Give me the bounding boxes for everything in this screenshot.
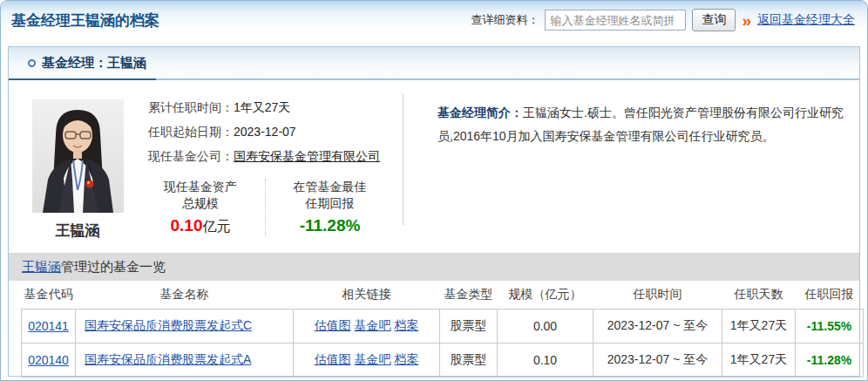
fund-links-cell: 估值图 基金吧 档案 [294,309,440,343]
fund-return-cell: -11.55% [796,309,864,343]
fund-name-link[interactable]: 国寿安保品质消费股票发起式C [85,318,252,332]
fund-scale-cell: 0.00 [498,309,593,343]
fund-code-cell: 020141 [22,309,76,343]
info-label: 任职起始日期： [136,124,234,140]
fund-return-cell: -11.28% [796,343,864,377]
fund-return-value: -11.28% [807,353,851,367]
fund-days-cell: 1年又27天 [722,343,796,377]
col-header-name: 基金名称 [76,281,294,309]
fund-period-cell: 2023-12-07 ~ 至今 [593,343,722,377]
stat-total-scale: 现任基金资产 总规模 0.10亿元 [136,179,265,236]
stat-value-scale: 0.10亿元 [136,216,265,236]
fund-type-cell: 股票型 [440,343,498,377]
search-label: 查详细资料： [471,12,539,28]
back-to-managers-link[interactable]: 返回基金经理大全 [757,12,855,28]
search-input[interactable] [545,10,686,31]
funds-section-header: 王韫涵管理过的基金一览 [9,253,859,281]
col-header-return: 任职回报 [796,281,864,309]
content-box: 基金经理：王韫涵 [8,46,860,377]
manager-photo [32,99,124,213]
fund-row: 020140国寿安保品质消费股票发起式A估值图 基金吧 档案股票型0.10202… [22,343,864,377]
profile-panel: 王韫涵 累计任职时间： 1年又27天 任职起始日期： 2023-12-07 现任… [9,80,859,253]
fund-name-cell: 国寿安保品质消费股票发起式A [76,343,294,377]
vertical-divider [403,94,403,225]
search-button[interactable]: 查询 [692,9,736,31]
stat-value-return: -11.28% [266,216,394,235]
fund-days-cell: 1年又27天 [722,309,796,343]
fund-return-value: -11.55% [807,319,851,333]
bio-label: 基金经理简介： [437,105,523,119]
stat-boxes: 现任基金资产 总规模 0.10亿元 在管基金最佳 任期回报 [136,179,411,236]
info-label: 现任基金公司： [136,148,234,165]
info-value: 2023-12-07 [234,124,296,140]
stats-column: 累计任职时间： 1年又27天 任职起始日期： 2023-12-07 现任基金公司… [136,99,411,253]
fund-code-link[interactable]: 020141 [28,319,69,333]
fund-related-link[interactable]: 基金吧 [355,352,391,366]
fund-related-link[interactable]: 档案 [394,352,418,366]
fund-scale-cell: 0.10 [498,343,593,377]
col-header-scale: 规模（亿元） [498,281,593,309]
manager-bio: 基金经理简介：王韫涵女士.硕士。曾任阳光资产管理股份有限公司行业研究员,2016… [437,99,859,253]
fund-links-cell: 估值图 基金吧 档案 [294,343,440,377]
title-bar: 基金经理王韫涵的档案 查详细资料： 查询 » 返回基金经理大全 [1,1,867,39]
fund-name-link[interactable]: 国寿安保品质消费股票发起式A [85,352,251,366]
fund-related-link[interactable]: 估值图 [315,352,351,366]
photo-column: 王韫涵 [26,99,129,253]
fund-row: 020141国寿安保品质消费股票发起式C估值图 基金吧 档案股票型0.00202… [22,309,864,343]
col-header-links: 相关链接 [294,281,440,309]
funds-table-body: 020141国寿安保品质消费股票发起式C估值图 基金吧 档案股票型0.00202… [22,309,864,377]
circle-bullet-icon [28,59,36,67]
manager-funds-link[interactable]: 王韫涵 [22,259,61,276]
stat-title: 现任基金资产 总规模 [136,179,265,212]
fund-related-link[interactable]: 估值图 [315,318,351,332]
page-title: 基金经理王韫涵的档案 [11,10,159,31]
company-link[interactable]: 国寿安保基金管理有限公司 [234,148,380,165]
fund-code-cell: 020140 [22,343,76,377]
col-header-days: 任职天数 [722,281,796,309]
funds-table: 基金代码 基金名称 相关链接 基金类型 规模（亿元） 任职时间 任职天数 任职回… [21,281,864,378]
search-bar: 查详细资料： 查询 » 返回基金经理大全 [471,9,855,31]
col-header-type: 基金类型 [440,281,498,309]
fund-period-cell: 2023-12-07 ~ 至今 [593,309,722,343]
info-row-company: 现任基金公司： 国寿安保基金管理有限公司 [136,148,411,165]
fund-type-cell: 股票型 [440,309,498,343]
double-chevron-icon: » [742,12,751,29]
col-header-code: 基金代码 [22,281,76,309]
manager-section-title: 基金经理：王韫涵 [42,55,146,71]
funds-table-header-row: 基金代码 基金名称 相关链接 基金类型 规模（亿元） 任职时间 任职天数 任职回… [22,281,864,309]
info-label: 累计任职时间： [136,99,234,116]
stat-best-return: 在管基金最佳 任期回报 -11.28% [265,179,394,236]
info-value: 1年又27天 [234,99,290,116]
fund-related-link[interactable]: 档案 [394,318,418,332]
fund-related-link[interactable]: 基金吧 [355,318,391,332]
manager-name: 王韫涵 [26,221,129,241]
fund-code-link[interactable]: 020140 [28,353,69,367]
manager-section-header: 基金经理：王韫涵 [9,47,859,80]
col-header-period: 任职时间 [593,281,722,309]
info-row-start-date: 任职起始日期： 2023-12-07 [136,124,411,140]
fund-name-cell: 国寿安保品质消费股票发起式C [76,309,294,343]
funds-section-title: 管理过的基金一览 [61,259,166,276]
stat-title: 在管基金最佳 任期回报 [266,179,394,212]
info-row-tenure: 累计任职时间： 1年又27天 [136,99,411,116]
fund-manager-profile-page: 基金经理王韫涵的档案 查详细资料： 查询 » 返回基金经理大全 基金经理：王韫涵 [0,0,868,381]
